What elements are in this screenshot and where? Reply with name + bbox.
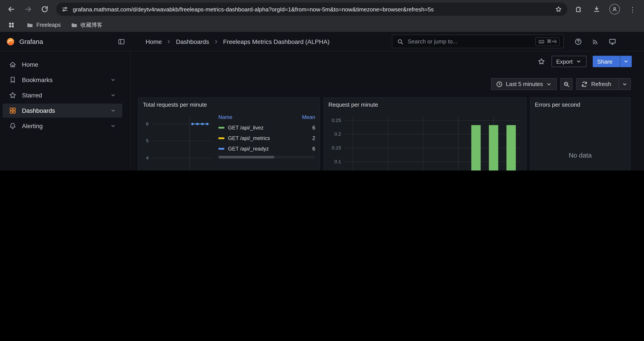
series-name: GET /api/_livez — [228, 125, 264, 131]
legend-row: GET /api/_readyz6 — [218, 144, 315, 154]
legend-col-name[interactable]: Name — [218, 114, 293, 120]
chevron-down-icon[interactable] — [110, 108, 116, 114]
time-range-picker[interactable]: Last 5 minutes — [491, 78, 557, 90]
url-text[interactable]: grafana.mathmast.com/d/deytv4rwavabkb/fr… — [73, 6, 550, 13]
export-label: Export — [556, 58, 572, 65]
chevron-down-icon[interactable] — [110, 123, 116, 129]
favorite-dashboard-button[interactable] — [537, 58, 545, 65]
bell-icon — [9, 122, 17, 130]
sidebar-item-label: Starred — [22, 92, 105, 99]
panel-body: 0.250.20.150.10.05017:37:0017:38:0017:39… — [324, 111, 526, 171]
grafana-logo — [6, 37, 15, 46]
sidebar-item-alerting[interactable]: Alerting — [3, 119, 122, 133]
url-bar[interactable]: grafana.mathmast.com/d/deytv4rwavabkb/fr… — [56, 3, 567, 16]
puzzle-icon — [575, 5, 582, 13]
browser-menu-button[interactable]: ⋮ — [627, 4, 638, 15]
topbar-icons — [574, 36, 644, 47]
extensions-button[interactable] — [574, 4, 584, 15]
series-color-marker — [218, 148, 224, 150]
chevron-down-icon — [623, 58, 629, 65]
search-shortcut-badge: ⌘+k — [535, 37, 560, 46]
svg-text:5: 5 — [146, 138, 148, 144]
kiosk-monitor-button[interactable] — [608, 38, 616, 46]
series-color-marker — [218, 137, 224, 139]
svg-text:0.2: 0.2 — [334, 131, 341, 137]
sidebar-item-dashboards[interactable]: Dashboards — [3, 104, 122, 118]
bar-chart[interactable]: 0.250.20.150.10.05017:37:0017:38:0017:39… — [328, 111, 524, 171]
legend-value: 6 — [293, 125, 315, 131]
help-button[interactable] — [574, 38, 582, 46]
panel-total-requests-per-minute: Total requests per minute 6543217:40 Nam… — [138, 97, 320, 171]
sidebar-item-home[interactable]: Home — [3, 58, 122, 72]
dashboards-grid-icon — [9, 107, 17, 115]
back-button[interactable] — [6, 4, 17, 15]
legend-series[interactable]: GET /api/_metrics — [218, 135, 293, 141]
breadcrumb-home[interactable]: Home — [146, 38, 162, 45]
news-rss-button[interactable] — [592, 38, 599, 46]
legend-series[interactable]: GET /api/_readyz — [218, 146, 293, 152]
legend: NameMeanGET /api/_livez6GET /api/_metric… — [215, 111, 320, 171]
browser-profile-button[interactable] — [609, 4, 620, 15]
refresh-icon — [581, 81, 588, 88]
dock-panel-icon — [118, 38, 126, 46]
chevron-down-icon[interactable] — [110, 77, 116, 83]
refresh-button[interactable]: Refresh — [577, 79, 616, 90]
sidebar-item-bookmarks[interactable]: Bookmarks — [3, 73, 122, 87]
bookmark-label: 收藏博客 — [80, 21, 102, 29]
timeseries-chart[interactable]: 6543217:40 — [140, 111, 215, 171]
sidebar-toggle-button[interactable] — [118, 38, 126, 46]
share-split-button: Share — [593, 56, 632, 67]
scrollbar-thumb[interactable] — [218, 156, 274, 158]
svg-text:0.1: 0.1 — [334, 159, 341, 164]
help-circle-icon — [574, 38, 582, 46]
panel-title[interactable]: Errors per second — [530, 98, 630, 111]
downloads-button[interactable] — [592, 4, 602, 15]
breadcrumb-current: Freeleaps Metrics Dashboard (ALPHA) — [223, 38, 330, 45]
kebab-icon: ⋮ — [629, 6, 636, 13]
legend-value: 2 — [293, 135, 315, 141]
bookmark-folder-blogs[interactable]: 收藏博客 — [70, 21, 102, 29]
apps-grid-icon — [8, 22, 15, 29]
search-icon — [397, 38, 404, 45]
legend-col[interactable]: Mean — [293, 114, 315, 120]
svg-text:4: 4 — [146, 155, 148, 161]
chevron-down-icon — [622, 81, 628, 87]
sidebar-item-label: Bookmarks — [22, 76, 105, 83]
panel-title[interactable]: Total requests per minute — [138, 98, 320, 111]
panel-body: 6543217:40 NameMeanGET /api/_livez6GET /… — [138, 111, 320, 171]
screen: grafana.mathmast.com/d/deytv4rwavabkb/fr… — [0, 0, 644, 171]
time-controls: Last 5 minutes Refresh — [491, 78, 631, 90]
grafana-title: Grafana — [19, 38, 113, 45]
chevron-right-icon — [213, 38, 219, 45]
apps-shortcut-button[interactable] — [6, 20, 17, 30]
bookmark-folder-freeleaps[interactable]: Freeleaps — [26, 22, 61, 29]
sidebar-item-starred[interactable]: Starred — [3, 88, 122, 102]
download-icon — [593, 5, 600, 13]
search-input[interactable]: Search or jump to... ⌘+k — [392, 35, 564, 48]
zoom-out-time-button[interactable] — [560, 78, 573, 90]
legend-scrollbar[interactable] — [218, 156, 315, 158]
reload-button[interactable] — [40, 4, 50, 15]
export-button[interactable]: Export — [551, 56, 586, 67]
refresh-interval-button[interactable] — [618, 79, 630, 90]
breadcrumb-dashboards[interactable]: Dashboards — [176, 38, 209, 45]
browser-actions: ⋮ — [574, 4, 638, 15]
sidebar-item-label: Dashboards — [22, 107, 105, 114]
legend-value: 6 — [293, 146, 315, 152]
chevron-down-icon[interactable] — [110, 92, 116, 98]
share-label: Share — [597, 58, 612, 65]
sidebar-nav: Home Bookmarks Starred Dashboards Alerti… — [0, 51, 131, 171]
site-settings-icon[interactable] — [62, 6, 68, 13]
panel-title[interactable]: Request per minute — [324, 98, 526, 111]
forward-arrow-icon — [24, 5, 32, 13]
user-avatar[interactable] — [626, 36, 636, 47]
dashboard-content: Export Share Last 5 minutes — [131, 51, 644, 171]
back-arrow-icon — [8, 5, 15, 13]
keyboard-icon — [538, 38, 544, 45]
forward-button[interactable] — [23, 4, 33, 15]
legend-series[interactable]: GET /api/_livez — [218, 125, 293, 131]
bookmark-star-icon[interactable] — [555, 6, 562, 13]
folder-icon — [26, 22, 33, 29]
share-menu-button[interactable] — [620, 56, 632, 67]
share-button[interactable]: Share — [593, 56, 617, 67]
